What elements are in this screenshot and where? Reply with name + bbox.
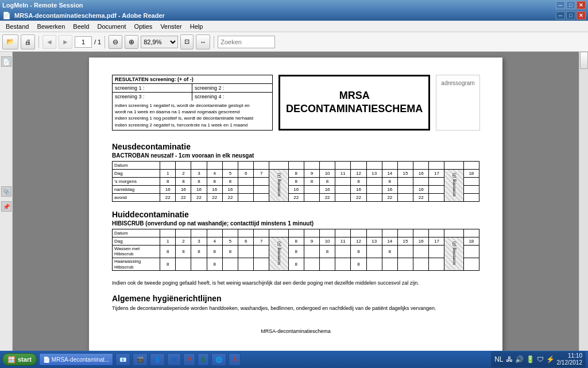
neus-morgens-row: 's morgens 88888 88888: [113, 177, 479, 185]
tray-security-icon: 🛡: [537, 355, 544, 363]
remote-close-btn[interactable]: ✕: [577, 1, 586, 9]
clock: 11:10 2/12/2012: [557, 352, 583, 366]
tray-network-icon: 🖧: [506, 355, 513, 363]
print-btn[interactable]: 🖨: [21, 34, 35, 49]
start-button[interactable]: 🪟 start: [2, 353, 37, 366]
taskbar-media-item[interactable]: 🎬: [133, 353, 148, 366]
second-attempt-text: Indien ook de tweede poging gefaald heef…: [112, 280, 479, 286]
taskbar-word-item[interactable]: W: [167, 353, 180, 366]
s4-label: screening 4 :: [192, 93, 272, 101]
menu-document[interactable]: Document: [94, 22, 129, 31]
remote-min-btn[interactable]: ─: [556, 1, 565, 9]
neus-datum-row: Datum: [113, 161, 479, 169]
algemeen-text: Tijdens de decontaminatieperiode worden …: [112, 305, 479, 311]
huid-dag-label: Dag: [113, 237, 160, 245]
huid-subheading: HIBISCRUB (onverdund op nat washandje; c…: [112, 220, 479, 227]
menu-bestand[interactable]: Bestand: [2, 22, 32, 31]
taskbar-user-item[interactable]: 👤: [150, 353, 165, 366]
sep2: [105, 36, 105, 48]
huid-datum-row: Datum: [113, 229, 479, 237]
adressogram-label: adressogram: [441, 80, 474, 86]
neus-avond-label: avond: [113, 193, 160, 201]
tray-battery-icon: 🔋: [526, 355, 535, 363]
neus-dag-label: Dag: [113, 169, 160, 177]
open-btn[interactable]: 📂: [2, 34, 18, 49]
tray-volume-icon: 🔊: [515, 355, 524, 363]
tray-power-icon: ⚡: [546, 355, 555, 363]
menu-venster[interactable]: Venster: [157, 22, 185, 31]
huid-screening-2-label: screening (2): [452, 241, 456, 265]
results-grid: screening 1 : screening 2 : screening 3 …: [113, 84, 272, 101]
adressogram-box: adressogram: [436, 75, 479, 131]
sidebar-attach-icon[interactable]: 📌: [1, 201, 11, 212]
right-scrollbar[interactable]: [579, 52, 588, 351]
taskbar-excel-item[interactable]: X: [198, 353, 210, 366]
app-max-btn[interactable]: □: [566, 12, 575, 20]
left-sidebar: 📄 📎 📌: [0, 52, 13, 351]
app-close-btn[interactable]: ✕: [577, 12, 586, 20]
zoom-select[interactable]: 82,9% 50% 75% 100% 125% 150%: [141, 36, 178, 48]
neus-datum-label: Datum: [113, 161, 160, 169]
app-title-text: MRSA-decontaminatieschema.pdf - Adobe Re…: [14, 12, 165, 19]
huid-screening-1-label: screening (1): [277, 241, 281, 265]
menu-opties[interactable]: Opties: [131, 22, 156, 31]
neus-table: Datum Dag 1234567 screening (1) 89101112…: [112, 161, 479, 202]
neus-namiddag-row: namiddag 1616161616 16161616 16: [113, 185, 479, 193]
neus-namiddag-label: namiddag: [113, 185, 160, 193]
pdf-page: RESULTATEN screening: (+ of -) screening…: [89, 57, 502, 351]
algemeen-heading: Algemene hygiënerichtlijnen: [112, 294, 479, 303]
remote-title-bar: LogMeIn - Remote Session ─ □ ✕: [0, 0, 588, 10]
s2-label: screening 2 :: [192, 84, 272, 93]
sep3: [214, 36, 214, 48]
system-tray: NL 🖧 🔊 🔋 🛡 ⚡ 11:10 2/12/2012: [491, 351, 586, 367]
app-title-bar: 📄 MRSA-decontaminatieschema.pdf - Adobe …: [0, 10, 588, 21]
fit-width-btn[interactable]: ↔: [196, 34, 210, 49]
results-text: indien screening 1 negatief is, wordt de…: [113, 101, 272, 130]
huid-dag-row: Dag 1234567 screening (1) 89101112131415…: [113, 237, 479, 245]
app-min-btn[interactable]: ─: [556, 12, 565, 20]
screening-2-label: screening (2): [452, 173, 456, 197]
taskbar-outlook-item[interactable]: 📧: [115, 353, 130, 366]
huid-datum-label: Datum: [113, 229, 160, 237]
taskbar-ppt-item[interactable]: P: [183, 353, 195, 366]
menu-beeld[interactable]: Beeld: [69, 22, 92, 31]
mrsa-title-box: MRSA DECONTAMINATIESCHEMA: [278, 75, 430, 131]
tray-lang: NL: [494, 355, 503, 363]
huid-wassen-row: Wassen metHibiscrub 88888 8888: [113, 245, 479, 258]
menu-bewerken[interactable]: Bewerken: [33, 22, 68, 31]
main-layout: 📄 📎 📌 RESULTATEN screening: (+ of -) scr…: [0, 52, 588, 351]
fit-page-btn[interactable]: ⊡: [180, 34, 194, 49]
neus-subheading: BACTROBAN neuszalf - 1cm vooraan in elk …: [112, 152, 479, 159]
neus-heading: Neusdecontaminatie: [112, 142, 479, 151]
screening-1-label: screening (1): [277, 173, 281, 197]
taskbar-adobe-item[interactable]: 📄 MRSA-decontaminat...: [39, 353, 114, 366]
remote-max-btn[interactable]: □: [566, 1, 575, 9]
taskbar: 🪟 start 📄 MRSA-decontaminat... 📧 🎬 👤 W P…: [0, 351, 588, 368]
toolbar: 📂 🖨 ◄ ► / 1 ⊖ ⊕ 82,9% 50% 75% 100% 125% …: [0, 32, 588, 52]
menu-help[interactable]: Help: [187, 22, 207, 31]
neus-avond-row: avond 2222222222 22222222 22: [113, 193, 479, 201]
page-number-input[interactable]: [75, 36, 92, 48]
neus-dag-row: Dag 1234567 screening (1) 89101112131415…: [113, 169, 479, 177]
taskbar-acrobat-item[interactable]: A: [229, 353, 241, 366]
pdf-viewer[interactable]: RESULTATEN screening: (+ of -) screening…: [13, 52, 579, 351]
s1-label: screening 1 :: [113, 84, 192, 93]
search-input[interactable]: [218, 36, 275, 48]
footer-center: MRSA-decontaminatieschema: [112, 328, 479, 334]
sep1: [38, 36, 39, 48]
sidebar-bookmarks-icon[interactable]: 📎: [1, 186, 11, 197]
nav-prev-btn[interactable]: ◄: [42, 35, 56, 49]
neus-morgens-label: 's morgens: [113, 177, 160, 185]
remote-title-text: LogMeIn - Remote Session: [2, 2, 83, 9]
s3-label: screening 3 :: [113, 93, 192, 101]
huid-haar-label: HaarwassingHibiscrub: [113, 258, 160, 270]
zoom-in-btn[interactable]: ⊕: [125, 35, 138, 49]
nav-next-btn[interactable]: ►: [59, 35, 72, 49]
taskbar-ie-item[interactable]: 🌐: [211, 353, 226, 366]
zoom-out-btn[interactable]: ⊖: [109, 35, 122, 49]
menu-bar: Bestand Bewerken Beeld Document Opties V…: [0, 21, 588, 32]
mrsa-title-text: MRSA DECONTAMINATIESCHEMA: [286, 89, 423, 116]
top-section: RESULTATEN screening: (+ of -) screening…: [112, 75, 479, 131]
sidebar-pages-icon[interactable]: 📄: [1, 56, 11, 67]
huid-haar-row: HaarwassingHibiscrub 88 88: [113, 258, 479, 270]
